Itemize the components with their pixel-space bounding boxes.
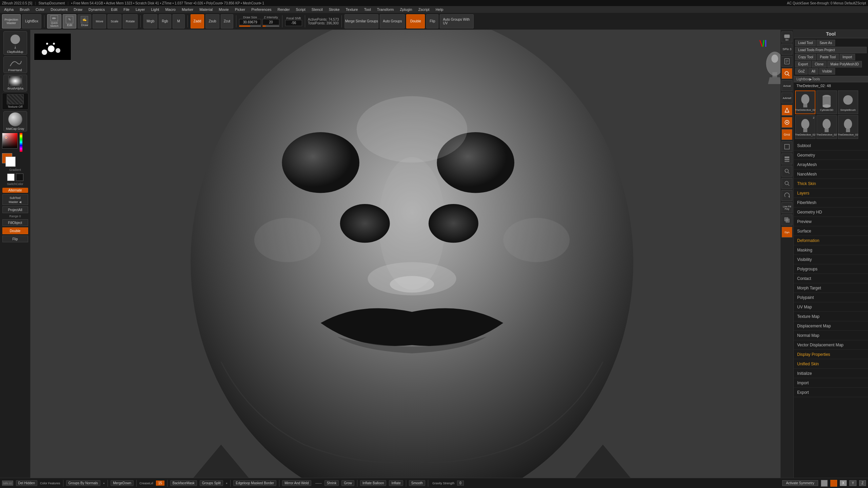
layrs-icon[interactable] (782, 154, 792, 164)
zcut-btn[interactable]: Zcut (221, 14, 233, 28)
grow-btn[interactable]: Grow (341, 480, 354, 486)
sidebar-thick-skin[interactable]: Thick Skin (794, 179, 868, 188)
menu-transform[interactable]: Transform (374, 7, 397, 12)
sidebar-displacement-map[interactable]: Displacement Map (794, 321, 868, 331)
move-btn[interactable]: Move (93, 14, 106, 28)
sidebar-polypaint[interactable]: Polypaint (794, 293, 868, 302)
auto-groups-with-uv-btn[interactable]: Auto Groups With UV (440, 14, 474, 28)
goz-btn[interactable]: GoZ (795, 68, 808, 75)
import-btn-top[interactable]: Import (840, 54, 855, 60)
color-saturation-picker[interactable] (2, 133, 18, 148)
menu-edit[interactable]: Edit (108, 7, 120, 12)
paste-tool-btn[interactable]: Paste Tool (817, 54, 839, 60)
sidebar-contact[interactable]: Contact (794, 274, 868, 283)
x-symmetry-btn[interactable]: X (840, 480, 847, 486)
menu-script[interactable]: Script (293, 7, 308, 12)
menu-layer[interactable]: Layer (133, 7, 148, 12)
backface-mask-btn[interactable]: BackfaceMask (170, 480, 197, 486)
groups-normals-btn[interactable]: Groups By Normals (66, 480, 100, 486)
thumb-detective-4[interactable]: TheDetective_02 (838, 115, 858, 139)
mrgb-btn[interactable]: Mrgb (143, 14, 157, 28)
thumb-detective-2[interactable]: TheDetective_02 2 (795, 115, 815, 139)
menu-help[interactable]: Help (433, 7, 446, 12)
y-symmetry-btn[interactable]: Y (849, 480, 856, 486)
color-indicator[interactable] (821, 480, 828, 487)
sidebar-visibility[interactable]: Visibility (794, 255, 868, 264)
double-btn[interactable]: Double (406, 14, 425, 28)
menu-zscript[interactable]: Zscript (416, 7, 432, 12)
flip-left-btn[interactable]: Flip (2, 236, 28, 242)
focal-shift-input[interactable] (285, 20, 302, 26)
linefill-icon[interactable]: Line Fill Poly (782, 202, 792, 213)
brush-alpha-icon[interactable]: ·BrushAlpha (3, 75, 27, 92)
grvz-icon[interactable]: Grvz (782, 129, 792, 140)
menu-dynamics[interactable]: Dynamics (86, 7, 107, 12)
smooth-btn[interactable]: Smooth (409, 480, 425, 486)
z-symmetry-btn[interactable]: Z (859, 480, 866, 486)
dynamic-icon[interactable]: Dyn (782, 227, 792, 238)
edit-btn[interactable]: ✎ Edit (63, 14, 76, 28)
lightbox-tools[interactable]: Lightbox▶Tools (794, 76, 868, 82)
sidebar-vector-displacement[interactable]: Vector Displacement Map (794, 340, 868, 350)
aahalf-icon[interactable]: AAHalf (782, 93, 792, 103)
sidebar-geometry[interactable]: Geometry (794, 150, 868, 160)
bri-icon[interactable]: Bri (782, 32, 792, 42)
menu-material[interactable]: Material (197, 7, 215, 12)
menu-macro[interactable]: Macro (162, 7, 178, 12)
menu-draw[interactable]: Draw (71, 7, 85, 12)
gravity-value[interactable]: 0 (457, 481, 464, 486)
merge-down-btn[interactable]: MergeDown (111, 480, 134, 486)
lightbox-btn[interactable]: LightBox (22, 14, 41, 28)
brush-preview-icon[interactable]: ClayBuildup (3, 31, 27, 55)
sidebar-uv-map[interactable]: UV Map (794, 302, 868, 312)
sidebar-polygroups[interactable]: Polygroups (794, 264, 868, 274)
sidebar-arraymesh[interactable]: ArrayMesh (794, 160, 868, 169)
edgeloop-btn[interactable]: Edgeloop Masked Border (233, 480, 276, 486)
sidebar-unified-skin[interactable]: Unified Skin (794, 359, 868, 369)
inflate-balloon-btn[interactable]: Inflate Balloon (360, 480, 386, 486)
alternate-btn[interactable]: Alternate (2, 188, 28, 193)
sidebar-display-properties[interactable]: Display Properties (794, 350, 868, 359)
menu-picker[interactable]: Picker (232, 7, 248, 12)
fill-object-btn[interactable]: FillObject (2, 219, 28, 226)
black-swatch[interactable] (16, 174, 23, 181)
inflate-btn[interactable]: Inflate (389, 480, 403, 486)
rotate-btn[interactable]: Rotate (123, 14, 138, 28)
sidebar-fibermesh[interactable]: FiberMesh (794, 198, 868, 207)
thumb-detective-active[interactable]: TheDetective_02 (795, 90, 815, 114)
thumb-cylinder3d[interactable]: Cylinder3D (816, 90, 837, 114)
project-all-btn[interactable]: ProjectAll (2, 206, 28, 213)
sidebar-normal-map[interactable]: Normal Map (794, 331, 868, 340)
z-intensity-input[interactable] (262, 19, 279, 25)
texture-off-icon[interactable]: Texture Off (2, 93, 28, 110)
zsub-btn[interactable]: Zsub (205, 14, 219, 28)
sidebar-texture-map[interactable]: Texture Map (794, 312, 868, 321)
clone-btn[interactable]: Clone (812, 61, 827, 67)
col-features-btn[interactable]: Color Features (40, 482, 60, 485)
zoom-small-icon[interactable] (782, 178, 792, 189)
frame-icon[interactable] (782, 141, 792, 152)
menu-tool[interactable]: Tool (361, 7, 374, 12)
draw-size-input[interactable] (239, 19, 261, 25)
sidebar-preview[interactable]: Preview (794, 217, 868, 226)
spix-icon[interactable]: SPix 3 (782, 44, 792, 55)
copy-tool-btn[interactable]: Copy Tool (795, 54, 816, 60)
orange-indicator[interactable] (830, 480, 837, 487)
zoom3d-icon[interactable]: + (782, 166, 792, 177)
background-color[interactable] (5, 157, 16, 167)
zoom-icon[interactable] (782, 68, 792, 79)
menu-file[interactable]: File (121, 7, 132, 12)
sidebar-layers[interactable]: Layers (794, 188, 868, 198)
draw-btn[interactable]: ✍ Draw (78, 14, 91, 28)
save-as-btn[interactable]: Save As (816, 40, 835, 46)
scale-btn[interactable]: Scale (107, 14, 121, 28)
rotate3d-icon[interactable] (782, 190, 792, 201)
m-btn[interactable]: M (173, 14, 185, 28)
menu-movie[interactable]: Movie (216, 7, 231, 12)
draw-size-slider[interactable] (239, 25, 261, 27)
sidebar-masking[interactable]: Masking (794, 245, 868, 255)
menu-stroke[interactable]: Stroke (326, 7, 342, 12)
activate-symmetry-btn[interactable]: Activate Symmetry (782, 480, 818, 486)
load-tool-btn[interactable]: Load Tool (795, 40, 816, 46)
local-icon[interactable] (782, 117, 792, 128)
